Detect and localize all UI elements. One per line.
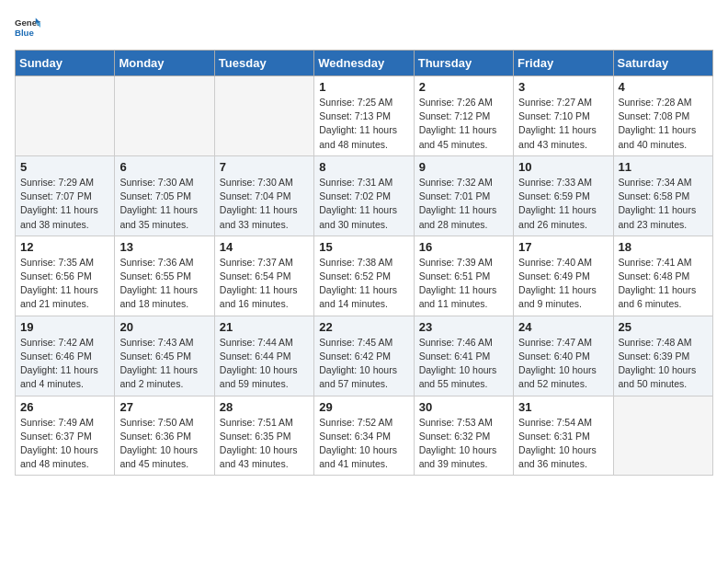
day-info: Sunrise: 7:50 AM Sunset: 6:36 PM Dayligh… [119, 416, 209, 472]
day-number: 5 [20, 160, 109, 174]
day-info: Sunrise: 7:32 AM Sunset: 7:01 PM Dayligh… [419, 176, 508, 232]
day-info: Sunrise: 7:47 AM Sunset: 6:40 PM Dayligh… [518, 336, 608, 392]
calendar-cell: 3Sunrise: 7:27 AM Sunset: 7:10 PM Daylig… [514, 76, 613, 156]
day-number: 4 [619, 80, 708, 94]
calendar-cell [115, 76, 214, 156]
day-info: Sunrise: 7:28 AM Sunset: 7:08 PM Dayligh… [619, 96, 708, 152]
day-info: Sunrise: 7:33 AM Sunset: 6:59 PM Dayligh… [518, 176, 608, 232]
day-number: 29 [319, 400, 408, 414]
calendar-cell: 6Sunrise: 7:30 AM Sunset: 7:05 PM Daylig… [115, 155, 214, 236]
day-info: Sunrise: 7:45 AM Sunset: 6:42 PM Dayligh… [319, 336, 408, 392]
day-info: Sunrise: 7:36 AM Sunset: 6:55 PM Dayligh… [119, 256, 209, 312]
day-info: Sunrise: 7:51 AM Sunset: 6:35 PM Dayligh… [220, 416, 309, 472]
calendar-cell: 15Sunrise: 7:38 AM Sunset: 6:52 PM Dayli… [314, 236, 414, 316]
day-info: Sunrise: 7:26 AM Sunset: 7:12 PM Dayligh… [419, 96, 508, 152]
calendar-cell: 13Sunrise: 7:36 AM Sunset: 6:55 PM Dayli… [115, 236, 214, 316]
calendar-table: SundayMondayTuesdayWednesdayThursdayFrid… [15, 50, 713, 476]
day-info: Sunrise: 7:43 AM Sunset: 6:45 PM Dayligh… [119, 336, 209, 392]
day-info: Sunrise: 7:30 AM Sunset: 7:05 PM Dayligh… [119, 176, 209, 232]
day-info: Sunrise: 7:41 AM Sunset: 6:48 PM Dayligh… [619, 256, 708, 312]
calendar-cell: 24Sunrise: 7:47 AM Sunset: 6:40 PM Dayli… [514, 316, 613, 396]
calendar-week-2: 5Sunrise: 7:29 AM Sunset: 7:07 PM Daylig… [16, 155, 713, 236]
calendar-cell: 1Sunrise: 7:25 AM Sunset: 7:13 PM Daylig… [314, 76, 414, 156]
weekday-header-thursday: Thursday [414, 51, 513, 76]
calendar-cell [613, 396, 712, 476]
weekday-header-friday: Friday [514, 51, 613, 76]
weekday-header-sunday: Sunday [16, 51, 115, 76]
day-info: Sunrise: 7:39 AM Sunset: 6:51 PM Dayligh… [419, 256, 508, 312]
calendar-cell: 20Sunrise: 7:43 AM Sunset: 6:45 PM Dayli… [115, 316, 214, 396]
day-info: Sunrise: 7:54 AM Sunset: 6:31 PM Dayligh… [518, 416, 608, 472]
day-number: 13 [119, 240, 209, 254]
weekday-header-monday: Monday [115, 51, 214, 76]
day-info: Sunrise: 7:40 AM Sunset: 6:49 PM Dayligh… [518, 256, 608, 312]
calendar-cell: 27Sunrise: 7:50 AM Sunset: 6:36 PM Dayli… [115, 396, 214, 476]
day-number: 17 [518, 240, 608, 254]
day-number: 11 [619, 160, 708, 174]
calendar-cell: 29Sunrise: 7:52 AM Sunset: 6:34 PM Dayli… [314, 396, 414, 476]
day-number: 30 [419, 400, 508, 414]
calendar-cell: 18Sunrise: 7:41 AM Sunset: 6:48 PM Dayli… [613, 236, 712, 316]
calendar-cell: 19Sunrise: 7:42 AM Sunset: 6:46 PM Dayli… [16, 316, 115, 396]
calendar-cell: 23Sunrise: 7:46 AM Sunset: 6:41 PM Dayli… [414, 316, 513, 396]
day-number: 15 [319, 240, 408, 254]
day-number: 8 [319, 160, 408, 174]
day-number: 1 [319, 80, 408, 94]
weekday-header-tuesday: Tuesday [214, 51, 313, 76]
calendar-cell: 28Sunrise: 7:51 AM Sunset: 6:35 PM Dayli… [214, 396, 313, 476]
day-info: Sunrise: 7:42 AM Sunset: 6:46 PM Dayligh… [20, 336, 109, 392]
calendar-cell: 30Sunrise: 7:53 AM Sunset: 6:32 PM Dayli… [414, 396, 513, 476]
calendar-week-4: 19Sunrise: 7:42 AM Sunset: 6:46 PM Dayli… [16, 316, 713, 396]
page-header: General Blue [15, 15, 713, 40]
calendar-cell: 16Sunrise: 7:39 AM Sunset: 6:51 PM Dayli… [414, 236, 513, 316]
day-number: 14 [220, 240, 309, 254]
day-number: 21 [220, 320, 309, 334]
day-info: Sunrise: 7:48 AM Sunset: 6:39 PM Dayligh… [619, 336, 708, 392]
day-info: Sunrise: 7:37 AM Sunset: 6:54 PM Dayligh… [220, 256, 309, 312]
calendar-cell: 12Sunrise: 7:35 AM Sunset: 6:56 PM Dayli… [16, 236, 115, 316]
calendar-cell: 7Sunrise: 7:30 AM Sunset: 7:04 PM Daylig… [214, 155, 313, 236]
day-info: Sunrise: 7:31 AM Sunset: 7:02 PM Dayligh… [319, 176, 408, 232]
day-number: 26 [20, 400, 109, 414]
day-number: 9 [419, 160, 508, 174]
day-number: 6 [119, 160, 209, 174]
day-info: Sunrise: 7:34 AM Sunset: 6:58 PM Dayligh… [619, 176, 708, 232]
day-number: 28 [220, 400, 309, 414]
day-info: Sunrise: 7:38 AM Sunset: 6:52 PM Dayligh… [319, 256, 408, 312]
day-info: Sunrise: 7:49 AM Sunset: 6:37 PM Dayligh… [20, 416, 109, 472]
calendar-cell: 11Sunrise: 7:34 AM Sunset: 6:58 PM Dayli… [613, 155, 712, 236]
day-info: Sunrise: 7:44 AM Sunset: 6:44 PM Dayligh… [220, 336, 309, 392]
calendar-cell [16, 76, 115, 156]
day-info: Sunrise: 7:52 AM Sunset: 6:34 PM Dayligh… [319, 416, 408, 472]
calendar-week-5: 26Sunrise: 7:49 AM Sunset: 6:37 PM Dayli… [16, 396, 713, 476]
logo: General Blue [15, 15, 40, 40]
calendar-cell: 21Sunrise: 7:44 AM Sunset: 6:44 PM Dayli… [214, 316, 313, 396]
day-number: 16 [419, 240, 508, 254]
day-number: 24 [518, 320, 608, 334]
day-number: 2 [419, 80, 508, 94]
calendar-cell: 10Sunrise: 7:33 AM Sunset: 6:59 PM Dayli… [514, 155, 613, 236]
calendar-week-1: 1Sunrise: 7:25 AM Sunset: 7:13 PM Daylig… [16, 76, 713, 156]
svg-text:Blue: Blue [15, 28, 34, 38]
day-info: Sunrise: 7:46 AM Sunset: 6:41 PM Dayligh… [419, 336, 508, 392]
day-info: Sunrise: 7:27 AM Sunset: 7:10 PM Dayligh… [518, 96, 608, 152]
calendar-cell: 17Sunrise: 7:40 AM Sunset: 6:49 PM Dayli… [514, 236, 613, 316]
calendar-cell: 2Sunrise: 7:26 AM Sunset: 7:12 PM Daylig… [414, 76, 513, 156]
calendar-cell [214, 76, 313, 156]
calendar-cell: 14Sunrise: 7:37 AM Sunset: 6:54 PM Dayli… [214, 236, 313, 316]
day-number: 3 [518, 80, 608, 94]
weekday-header-wednesday: Wednesday [314, 51, 414, 76]
calendar-cell: 8Sunrise: 7:31 AM Sunset: 7:02 PM Daylig… [314, 155, 414, 236]
calendar-cell: 22Sunrise: 7:45 AM Sunset: 6:42 PM Dayli… [314, 316, 414, 396]
day-number: 31 [518, 400, 608, 414]
day-info: Sunrise: 7:35 AM Sunset: 6:56 PM Dayligh… [20, 256, 109, 312]
day-number: 12 [20, 240, 109, 254]
day-info: Sunrise: 7:29 AM Sunset: 7:07 PM Dayligh… [20, 176, 109, 232]
day-number: 7 [220, 160, 309, 174]
day-info: Sunrise: 7:53 AM Sunset: 6:32 PM Dayligh… [419, 416, 508, 472]
calendar-cell: 5Sunrise: 7:29 AM Sunset: 7:07 PM Daylig… [16, 155, 115, 236]
day-info: Sunrise: 7:25 AM Sunset: 7:13 PM Dayligh… [319, 96, 408, 152]
calendar-cell: 31Sunrise: 7:54 AM Sunset: 6:31 PM Dayli… [514, 396, 613, 476]
calendar-cell: 9Sunrise: 7:32 AM Sunset: 7:01 PM Daylig… [414, 155, 513, 236]
calendar-cell: 4Sunrise: 7:28 AM Sunset: 7:08 PM Daylig… [613, 76, 712, 156]
